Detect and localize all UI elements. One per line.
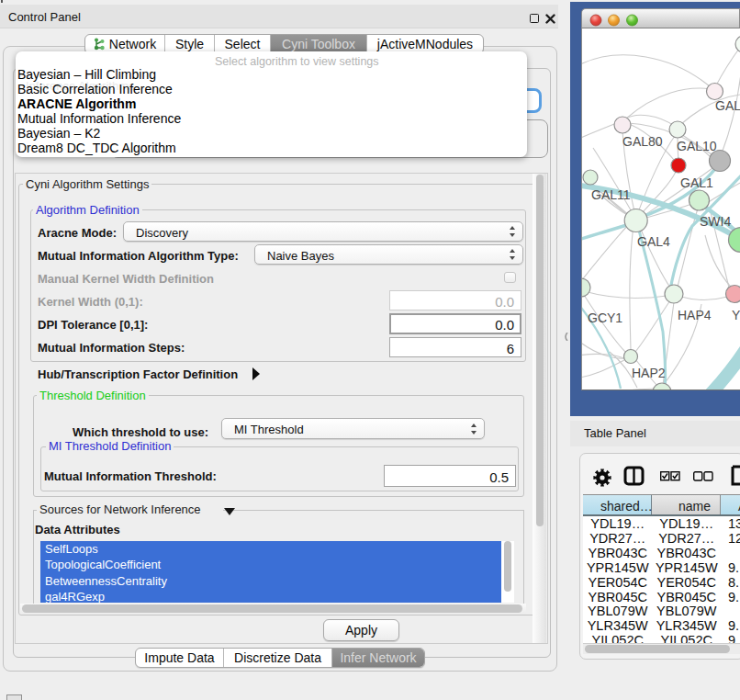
svg-text:GCY1: GCY1	[588, 310, 622, 325]
svg-text:YM: YM	[732, 308, 740, 322]
svg-text:HAP2: HAP2	[632, 366, 666, 380]
svg-text:GAL4: GAL4	[637, 234, 670, 249]
svg-text:GAL1: GAL1	[680, 175, 713, 190]
svg-text:GAL80: GAL80	[622, 134, 663, 149]
svg-text:GAL10: GAL10	[677, 139, 717, 153]
svg-text:GAL11: GAL11	[591, 187, 631, 202]
svg-text:HAP4: HAP4	[678, 308, 712, 322]
svg-text:GAL7: GAL7	[715, 98, 740, 113]
svg-text:SWI4: SWI4	[700, 214, 731, 229]
